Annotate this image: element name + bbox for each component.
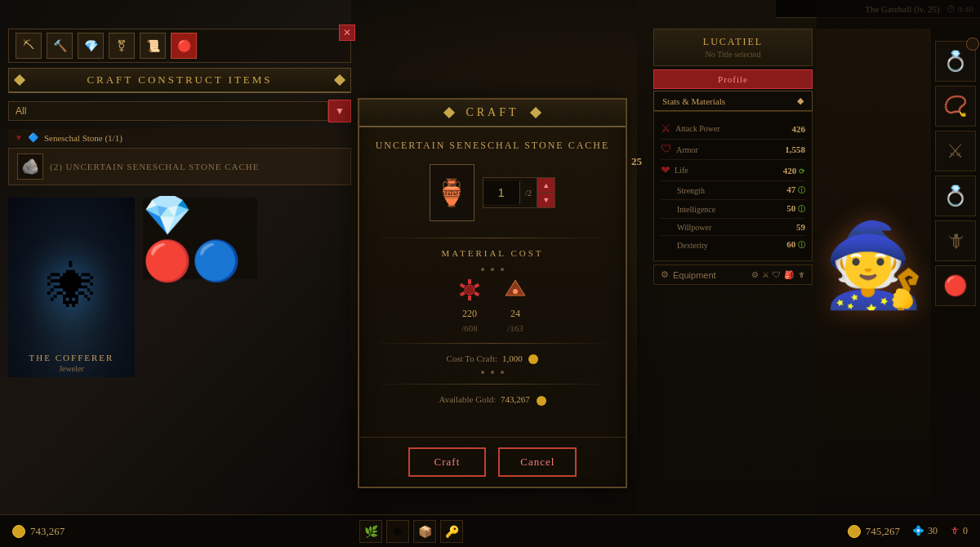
stat-strength: Strength 47 ⓘ	[661, 181, 805, 200]
filter-dropdown-arrow[interactable]: ▼	[328, 100, 351, 122]
quantity-box: 1 /2 ▲ ▼	[483, 177, 556, 208]
available-gold-value: 743,267	[501, 394, 530, 404]
equip-row-6: 🔴	[935, 265, 976, 306]
quantity-up-arrow[interactable]: ▲	[537, 178, 555, 193]
bottom-bar: 743,267 🌿 ❄ 📦 🔑 745,267 💠 30 🗡 0	[0, 514, 980, 547]
equip-slot-4[interactable]: ✕ 💍	[935, 176, 976, 216]
cancel-button[interactable]: Cancel	[498, 447, 577, 477]
toolbar-gender[interactable]: ⚧	[109, 33, 135, 59]
craft-button[interactable]: Craft	[408, 447, 487, 477]
list-item-stone-cache[interactable]: 🪨 (2) UNCERTAIN SENESCHAL STONE CACHE	[8, 148, 351, 185]
panel-header: CRAFT CONSTRUCT ITEMS	[8, 68, 351, 93]
char-figure-area: 🧙	[817, 29, 931, 502]
preview-icon: 🏺	[430, 164, 474, 221]
deco-dots-1	[372, 268, 613, 271]
material-2-svg	[503, 278, 528, 302]
svg-rect-4	[468, 296, 471, 300]
diamond-left	[14, 74, 25, 86]
strength-info-icon: ⓘ	[798, 186, 805, 194]
dot-2	[491, 268, 494, 271]
cost-gold-icon	[528, 354, 538, 364]
eq-action-1: ⚙	[751, 270, 759, 279]
life-label: Life	[675, 166, 783, 175]
npc-display: 🕷 THE COFFERER Jeweler	[8, 198, 135, 377]
willpower-label: Willpower	[661, 223, 796, 232]
quantity-input[interactable]: 1	[483, 181, 520, 204]
stat-dexterity: Dexterity 60 ⓘ	[661, 236, 805, 254]
close-button[interactable]: ✕	[339, 24, 355, 41]
stat-armor: 🛡 Armor 1,558	[661, 140, 805, 160]
bottom-resource-1: 💠 30	[912, 525, 938, 537]
category-item: ▼ 🔷 Seneschal Stone (1/1)	[8, 129, 351, 146]
bottom-gold-amount: 743,267	[30, 525, 65, 538]
toolbar-gem[interactable]: 💎	[78, 33, 104, 59]
category-label: Seneschal Stone (1/1)	[44, 133, 122, 143]
gems-display: 💎🔴🔵	[143, 198, 257, 279]
stat-intelligence: Intelligence 50 ⓘ	[661, 200, 805, 219]
intelligence-value: 50 ⓘ	[786, 203, 805, 215]
material-2-amount: 24	[510, 308, 520, 320]
svg-rect-3	[474, 291, 479, 296]
divider-2	[372, 343, 613, 344]
npc-name: THE COFFERER	[8, 353, 135, 362]
action-icon-2[interactable]: ❄	[386, 520, 409, 543]
diamond-right	[334, 74, 345, 86]
svg-rect-2	[474, 283, 479, 288]
equip-slot-3[interactable]: ✕ ⚔	[935, 131, 976, 171]
equip-row-2: ✕ 📿	[935, 86, 976, 127]
toolbar-pickaxe[interactable]: ⛏	[16, 33, 42, 59]
quantity-arrows: ▲ ▼	[537, 178, 555, 207]
character-panel: ✕ 💍 ✕ 📿 ✕ ⚔ ✕ 💍 ✕ 🗡	[817, 0, 980, 547]
preview-icon-symbol: 🏺	[435, 177, 468, 208]
stats-materials-button[interactable]: Stats & Materials ◆	[653, 91, 813, 111]
stats-materials-diamond: ◆	[797, 96, 804, 106]
bottom-actions: 🌿 ❄ 📦 🔑	[359, 520, 463, 543]
equip-slot-2[interactable]: ✕ 📿	[935, 86, 976, 127]
armor-value: 1,558	[785, 145, 805, 154]
panel-title: CRAFT CONSTRUCT ITEMS	[25, 73, 334, 87]
material-1-icon	[455, 275, 484, 305]
material-1-amount: 220	[462, 308, 477, 320]
craft-item-name: UNCERTAIN SENESCHAL STONE CACHE	[372, 140, 613, 152]
svg-point-0	[465, 285, 474, 295]
action-icon-1[interactable]: 🌿	[359, 520, 382, 543]
toolbar-scroll[interactable]: 📜	[140, 33, 166, 59]
eq-action-3: 🛡	[773, 270, 781, 279]
equipment-button[interactable]: ⚙ Equipment ⚙ ⚔ 🛡 🎒 🗡	[653, 265, 813, 285]
life-value: 420 ⟳	[783, 166, 805, 176]
equip-slot-6[interactable]: 🔴	[935, 265, 976, 306]
available-gold-icon	[537, 396, 546, 406]
char-info: LUCATIEL No Title selected	[653, 29, 813, 66]
craft-header: CRAFT	[359, 100, 626, 127]
divider-3	[372, 384, 613, 385]
category-icon-gem: 🔷	[28, 132, 39, 143]
willpower-value: 59	[796, 222, 805, 232]
dexterity-info-icon: ⓘ	[798, 241, 805, 249]
available-gold-label: Available Gold:	[439, 394, 497, 404]
attack-power-label: Attack Power	[675, 124, 792, 133]
item-preview: 🏺 1 /2 ▲ ▼	[372, 164, 613, 221]
toolbar-anvil[interactable]: 🔨	[47, 33, 73, 59]
equipment-slots-right: ✕ 💍 ✕ 📿 ✕ ⚔ ✕ 💍 ✕ 🗡	[935, 41, 976, 306]
action-icon-4[interactable]: 🔑	[440, 520, 463, 543]
cost-value: 1,000	[502, 354, 523, 363]
material-item-1: 220 /608	[455, 275, 484, 333]
dot-5	[491, 371, 494, 374]
available-gold: Available Gold: 743,267	[372, 394, 613, 405]
equip-row-4: ✕ 💍	[935, 176, 976, 216]
quantity-down-arrow[interactable]: ▼	[537, 193, 555, 207]
npc-role: Jeweler	[8, 364, 135, 373]
slot-6-badge	[966, 38, 979, 51]
resource-2-icon: 🗡	[950, 525, 960, 537]
filter-select[interactable]: All	[8, 101, 328, 121]
equip-slot-5[interactable]: ✕ 🗡	[935, 220, 976, 261]
gold-coin-right	[848, 525, 861, 538]
eq-action-4: 🎒	[784, 270, 794, 279]
spider-icon: 🕷	[47, 259, 96, 316]
profile-button[interactable]: Profile	[653, 69, 813, 89]
material-1-max: /608	[461, 323, 478, 333]
gem-cluster-icon: 💎🔴🔵	[143, 193, 257, 284]
toolbar-active[interactable]: 🔴	[171, 33, 197, 59]
dot-1	[481, 268, 484, 271]
action-icon-3[interactable]: 📦	[413, 520, 436, 543]
